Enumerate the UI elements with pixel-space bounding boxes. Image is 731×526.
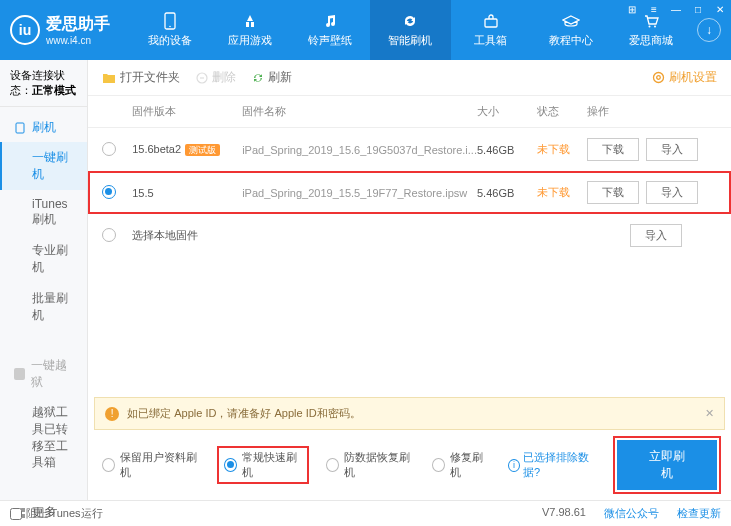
nav-tabs: 我的设备 应用游戏 铃声壁纸 智能刷机 工具箱 教程中心 爱思商城 bbox=[130, 0, 691, 60]
hat-icon bbox=[562, 12, 580, 30]
tab-label: 我的设备 bbox=[148, 33, 192, 48]
svg-point-1 bbox=[169, 26, 171, 28]
check-update-link[interactable]: 检查更新 bbox=[677, 506, 721, 521]
app-name: 爱思助手 bbox=[46, 14, 110, 35]
import-button[interactable]: 导入 bbox=[630, 224, 682, 247]
row-radio[interactable] bbox=[102, 142, 116, 156]
beta-tag: 测试版 bbox=[185, 144, 220, 156]
app-url: www.i4.cn bbox=[46, 35, 110, 46]
svg-point-14 bbox=[657, 76, 661, 80]
tab-label: 教程中心 bbox=[549, 33, 593, 48]
header-status: 状态 bbox=[537, 104, 587, 119]
menu-icon[interactable]: ⊞ bbox=[621, 0, 643, 18]
tab-toolbox[interactable]: 工具箱 bbox=[451, 0, 531, 60]
svg-rect-2 bbox=[485, 19, 497, 27]
download-button[interactable]: 下载 bbox=[587, 138, 639, 161]
lines-icon[interactable]: ≡ bbox=[643, 0, 665, 18]
flash-now-button[interactable]: 立即刷机 bbox=[617, 440, 717, 490]
exclude-data-link[interactable]: i已选择排除数据? bbox=[508, 450, 599, 480]
info-icon: i bbox=[508, 459, 520, 472]
connection-status: 设备连接状态：正常模式 bbox=[0, 60, 87, 107]
tab-label: 应用游戏 bbox=[228, 33, 272, 48]
toolbar: 打开文件夹 删除 刷新 刷机设置 bbox=[88, 60, 731, 96]
tab-apps[interactable]: 应用游戏 bbox=[210, 0, 290, 60]
tab-label: 铃声壁纸 bbox=[308, 33, 352, 48]
close-icon[interactable]: ✕ bbox=[709, 0, 731, 18]
flash-mode-row: 保留用户资料刷机 常规快速刷机 防数据恢复刷机 修复刷机 i已选择排除数据? 立… bbox=[88, 430, 731, 500]
header-ops: 操作 bbox=[587, 104, 717, 119]
toolbox-icon bbox=[482, 12, 500, 30]
delete-icon bbox=[196, 72, 208, 84]
sidebar-item-pro-flash[interactable]: 专业刷机 bbox=[0, 235, 87, 283]
svg-point-4 bbox=[654, 26, 656, 28]
sidebar-item-batch-flash[interactable]: 批量刷机 bbox=[0, 283, 87, 331]
group-flash[interactable]: 刷机 bbox=[0, 113, 87, 142]
group-jailbreak[interactable]: 一键越狱 bbox=[0, 351, 87, 397]
delete-button: 删除 bbox=[196, 69, 236, 86]
maximize-icon[interactable]: □ bbox=[687, 0, 709, 18]
warning-icon: ! bbox=[105, 407, 119, 421]
mode-recovery[interactable]: 防数据恢复刷机 bbox=[326, 450, 414, 480]
row-radio[interactable] bbox=[102, 228, 116, 242]
mode-keep-data[interactable]: 保留用户资料刷机 bbox=[102, 450, 200, 480]
sidebar-item-itunes-flash[interactable]: iTunes刷机 bbox=[0, 190, 87, 235]
tab-label: 工具箱 bbox=[474, 33, 507, 48]
apple-id-notice: ! 如已绑定 Apple ID，请准备好 Apple ID和密码。 ✕ bbox=[94, 397, 725, 430]
mode-normal[interactable]: 常规快速刷机 bbox=[218, 447, 308, 483]
tab-my-device[interactable]: 我的设备 bbox=[130, 0, 210, 60]
phone-small-icon bbox=[14, 122, 26, 134]
phone-icon bbox=[161, 12, 179, 30]
sidebar-item-jailbreak-moved[interactable]: 越狱工具已转移至工具箱 bbox=[0, 397, 87, 478]
refresh-small-icon bbox=[252, 72, 264, 84]
app-logo: iu 爱思助手 www.i4.cn bbox=[10, 14, 110, 46]
import-button[interactable]: 导入 bbox=[646, 138, 698, 161]
refresh-icon bbox=[401, 12, 419, 30]
content-area: 打开文件夹 删除 刷新 刷机设置 固件版本 固件名称 大小 状态 操作 bbox=[88, 60, 731, 500]
version-label: V7.98.61 bbox=[542, 506, 586, 521]
app-icon bbox=[241, 12, 259, 30]
svg-rect-5 bbox=[16, 123, 24, 133]
svg-point-13 bbox=[654, 73, 664, 83]
row-radio[interactable] bbox=[102, 185, 116, 199]
refresh-button[interactable]: 刷新 bbox=[252, 69, 292, 86]
download-button[interactable]: 下载 bbox=[587, 181, 639, 204]
titlebar: ⊞ ≡ — □ ✕ iu 爱思助手 www.i4.cn 我的设备 应用游戏 铃声… bbox=[0, 0, 731, 60]
download-indicator-icon[interactable]: ↓ bbox=[697, 18, 721, 42]
firmware-row[interactable]: 15.6beta2测试版 iPad_Spring_2019_15.6_19G50… bbox=[88, 128, 731, 171]
minimize-icon[interactable]: — bbox=[665, 0, 687, 18]
block-itunes-checkbox[interactable]: 阻止iTunes运行 bbox=[10, 506, 103, 521]
logo-icon: iu bbox=[10, 15, 40, 45]
wechat-link[interactable]: 微信公众号 bbox=[604, 506, 659, 521]
window-controls: ⊞ ≡ — □ ✕ bbox=[621, 0, 731, 18]
gear-icon bbox=[652, 71, 665, 84]
sidebar: 设备连接状态：正常模式 刷机 一键刷机 iTunes刷机 专业刷机 批量刷机 一… bbox=[0, 60, 88, 500]
tab-flash[interactable]: 智能刷机 bbox=[370, 0, 450, 60]
table-header: 固件版本 固件名称 大小 状态 操作 bbox=[88, 96, 731, 128]
header-size: 大小 bbox=[477, 104, 537, 119]
svg-point-3 bbox=[648, 26, 650, 28]
header-version: 固件版本 bbox=[132, 104, 242, 119]
music-icon bbox=[321, 12, 339, 30]
lock-icon bbox=[14, 368, 25, 380]
flash-settings-button[interactable]: 刷机设置 bbox=[652, 69, 717, 86]
mode-repair[interactable]: 修复刷机 bbox=[432, 450, 490, 480]
tab-tutorials[interactable]: 教程中心 bbox=[531, 0, 611, 60]
local-firmware-row[interactable]: 选择本地固件 x 导入 bbox=[88, 214, 731, 257]
tab-ringtones[interactable]: 铃声壁纸 bbox=[290, 0, 370, 60]
header-name: 固件名称 bbox=[242, 104, 477, 119]
import-button[interactable]: 导入 bbox=[646, 181, 698, 204]
tab-label: 爱思商城 bbox=[629, 33, 673, 48]
open-folder-button[interactable]: 打开文件夹 bbox=[102, 69, 180, 86]
folder-icon bbox=[102, 72, 116, 84]
firmware-row-selected[interactable]: 15.5 iPad_Spring_2019_15.5_19F77_Restore… bbox=[88, 171, 731, 214]
status-bar: 阻止iTunes运行 V7.98.61 微信公众号 检查更新 bbox=[0, 500, 731, 526]
tab-label: 智能刷机 bbox=[388, 33, 432, 48]
sidebar-item-oneclick-flash[interactable]: 一键刷机 bbox=[0, 142, 87, 190]
close-notice-button[interactable]: ✕ bbox=[705, 407, 714, 420]
